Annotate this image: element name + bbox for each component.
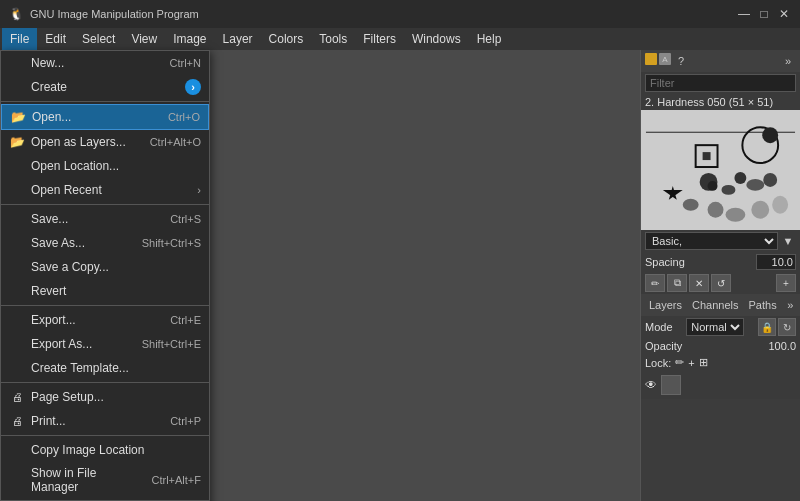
brush-color-icon[interactable] [645, 53, 657, 65]
menu-item-page-setup[interactable]: 🖨 Page Setup... [1, 385, 209, 409]
menu-colors[interactable]: Colors [261, 28, 312, 50]
menu-item-open[interactable]: 📂 Open... Ctrl+O [1, 104, 209, 130]
menu-item-save-as[interactable]: Save As... Shift+Ctrl+S [1, 231, 209, 255]
layers-opacity-value: 100.0 [768, 340, 796, 352]
new-label: New... [31, 56, 162, 70]
layers-opacity-label: Opacity [645, 340, 682, 352]
layers-lock-grid[interactable]: ⊞ [699, 356, 708, 369]
separator-5 [1, 435, 209, 436]
print-label: Print... [31, 414, 162, 428]
svg-point-14 [708, 202, 724, 218]
file-dropdown-menu: New... Ctrl+N Create › 📂 Open... Ctrl+O … [0, 50, 210, 501]
brush-filter-row [641, 72, 800, 94]
brush-pattern-icon[interactable]: A [659, 53, 671, 65]
brush-type-row: Basic, ▼ [641, 230, 800, 252]
menu-item-open-location[interactable]: Open Location... [1, 154, 209, 178]
brushes-panel-header: A ? » [641, 50, 800, 72]
menu-item-show-file-mgr[interactable]: Show in File Manager Ctrl+Alt+F [1, 462, 209, 498]
title-bar-controls: — □ ✕ [736, 6, 792, 22]
copy-image-loc-icon [9, 442, 25, 458]
show-file-mgr-label: Show in File Manager [31, 466, 143, 494]
layers-mode-btns: 🔒 ↻ [758, 318, 796, 336]
layers-history-btn[interactable]: ↻ [778, 318, 796, 336]
menu-item-open-layers[interactable]: 📂 Open as Layers... Ctrl+Alt+O [1, 130, 209, 154]
minimize-button[interactable]: — [736, 6, 752, 22]
layers-panel-arrow[interactable]: » [785, 297, 796, 313]
brushes-panel-icons: A ? [645, 53, 689, 69]
menu-item-print[interactable]: 🖨 Print... Ctrl+P [1, 409, 209, 433]
brush-edit-btn[interactable]: ✏ [645, 274, 665, 292]
menu-help[interactable]: Help [469, 28, 510, 50]
separator-4 [1, 382, 209, 383]
menu-filters[interactable]: Filters [355, 28, 404, 50]
menu-item-create[interactable]: Create › [1, 75, 209, 99]
show-file-mgr-icon [9, 472, 25, 488]
create-template-icon [9, 360, 25, 376]
layers-lock-label: Lock: [645, 357, 671, 369]
open-location-icon [9, 158, 25, 174]
open-recent-label: Open Recent [31, 183, 197, 197]
tab-paths[interactable]: Paths [745, 299, 781, 311]
layers-lock-btn[interactable]: 🔒 [758, 318, 776, 336]
menu-item-new[interactable]: New... Ctrl+N [1, 51, 209, 75]
create-label: Create [31, 80, 185, 94]
brush-delete-btn[interactable]: ✕ [689, 274, 709, 292]
open-shortcut: Ctrl+O [168, 111, 200, 123]
menu-layer[interactable]: Layer [215, 28, 261, 50]
menu-item-copy-image-loc[interactable]: Copy Image Location [1, 438, 209, 462]
menu-edit[interactable]: Edit [37, 28, 74, 50]
maximize-button[interactable]: □ [756, 6, 772, 22]
create-template-label: Create Template... [31, 361, 201, 375]
menu-item-create-template[interactable]: Create Template... [1, 356, 209, 380]
menu-tools[interactable]: Tools [311, 28, 355, 50]
menu-select[interactable]: Select [74, 28, 123, 50]
separator-1 [1, 101, 209, 102]
menu-item-revert[interactable]: Revert [1, 279, 209, 303]
open-recent-arrow: › [197, 184, 201, 196]
open-location-label: Open Location... [31, 159, 201, 173]
brush-new-btn[interactable]: + [776, 274, 796, 292]
open-layers-shortcut: Ctrl+Alt+O [150, 136, 201, 148]
layer-visibility-icon[interactable]: 👁 [645, 378, 657, 392]
layers-lock-row: Lock: ✏ + ⊞ [641, 354, 800, 371]
layers-lock-pencil[interactable]: ✏ [675, 356, 684, 369]
menu-item-open-recent[interactable]: Open Recent › [1, 178, 209, 202]
layers-mode-select[interactable]: Normal [686, 318, 744, 336]
main-area: New... Ctrl+N Create › 📂 Open... Ctrl+O … [0, 50, 800, 501]
brush-filter-input[interactable] [645, 74, 796, 92]
brushes-panel-arrow[interactable]: » [780, 53, 796, 69]
svg-point-13 [683, 199, 699, 211]
brush-preview-area [641, 110, 800, 230]
menu-item-save[interactable]: Save... Ctrl+S [1, 207, 209, 231]
close-button[interactable]: ✕ [776, 6, 792, 22]
tab-channels[interactable]: Channels [688, 299, 742, 311]
menu-windows[interactable]: Windows [404, 28, 469, 50]
menu-item-export[interactable]: Export... Ctrl+E [1, 308, 209, 332]
brush-help-icon[interactable]: ? [673, 53, 689, 69]
title-bar-title: GNU Image Manipulation Program [30, 8, 199, 20]
svg-point-8 [708, 181, 718, 191]
export-shortcut: Ctrl+E [170, 314, 201, 326]
layers-panel-header: Layers Channels Paths » [641, 294, 800, 316]
layers-mode-row: Mode Normal 🔒 ↻ [641, 316, 800, 338]
brush-type-select[interactable]: Basic, [645, 232, 778, 250]
page-setup-label: Page Setup... [31, 390, 201, 404]
menu-view[interactable]: View [123, 28, 165, 50]
brush-duplicate-btn[interactable]: ⧉ [667, 274, 687, 292]
svg-rect-3 [703, 152, 711, 160]
brush-spacing-input[interactable] [756, 254, 796, 270]
new-icon [9, 55, 25, 71]
revert-label: Revert [31, 284, 201, 298]
menu-image[interactable]: Image [165, 28, 214, 50]
app-icon: 🐧 [8, 6, 24, 22]
layers-lock-plus[interactable]: + [688, 357, 694, 369]
menu-file[interactable]: File [2, 28, 37, 50]
brushes-panel-collapse-btn[interactable]: ▼ [780, 233, 796, 249]
revert-icon [9, 283, 25, 299]
svg-point-10 [734, 172, 746, 184]
menu-item-save-copy[interactable]: Save a Copy... [1, 255, 209, 279]
save-shortcut: Ctrl+S [170, 213, 201, 225]
brush-refresh-btn[interactable]: ↺ [711, 274, 731, 292]
menu-item-export-as[interactable]: Export As... Shift+Ctrl+E [1, 332, 209, 356]
tab-layers[interactable]: Layers [645, 299, 686, 311]
